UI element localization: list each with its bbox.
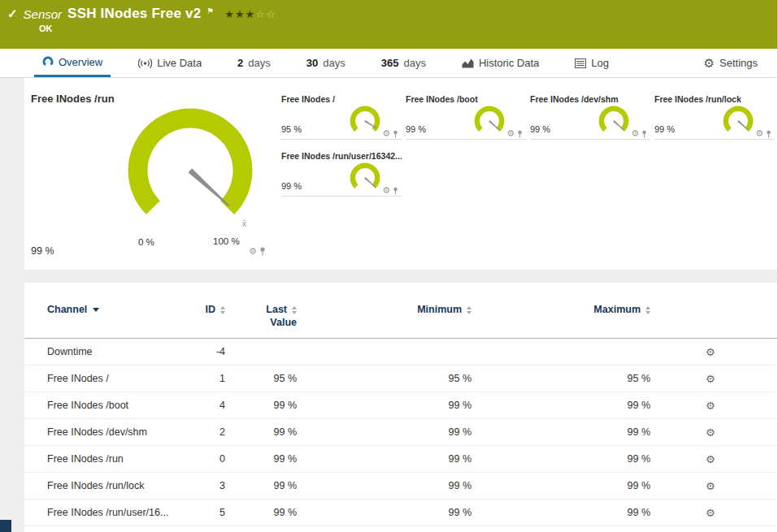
gear-icon[interactable]: ⚙ (506, 129, 515, 138)
table-header-row: Channel ID Last Value Minimum Maximum (24, 283, 778, 339)
priority-flag-icon[interactable]: ⚑ (206, 6, 214, 15)
channel-settings-gear-icon[interactable]: ⚙ (706, 373, 715, 385)
gear-icon[interactable]: ⚙ (755, 129, 763, 138)
mini-gauge-dev-shm[interactable]: Free INodes /dev/shm 99 % ⚙ (530, 94, 650, 140)
tab-historic-data[interactable]: Historic Data (454, 49, 547, 77)
mini-gauge-boot[interactable]: Free INodes /boot 99 % ⚙ (406, 94, 526, 140)
channel-name[interactable]: Free INodes /run/lock (47, 480, 189, 491)
sensor-header-line: ✓ Sensor SSH INodes Free v2 ⚑ ★★★☆☆ (0, 0, 777, 22)
channel-minimum: 95 % (297, 373, 472, 384)
mini-gauge-chart[interactable] (346, 102, 384, 140)
gear-icon[interactable]: ⚙ (382, 129, 390, 138)
tab-label: Settings (719, 57, 758, 69)
mini-gauge-value: 99 % (406, 124, 426, 134)
priority-stars[interactable]: ★★★☆☆ (224, 8, 276, 20)
channel-minimum: 99 % (297, 480, 472, 491)
mini-gauge-value: 99 % (281, 181, 302, 191)
sort-direction-icon (93, 308, 99, 312)
channel-minimum: 99 % (297, 426, 472, 438)
tab-number: 365 (381, 57, 399, 69)
channel-id: 1 (189, 373, 225, 384)
table-row-free-inodes-run-lock[interactable]: Free INodes /run/lock 3 99 % 99 % 99 % ⚙ (24, 473, 778, 500)
mini-gauge-chart[interactable] (719, 102, 757, 140)
table-row-downtime[interactable]: Downtime -4 ⚙ (24, 339, 778, 365)
tab-live-data[interactable]: Live Data (130, 49, 210, 77)
gear-icon[interactable]: ⚙ (631, 129, 639, 138)
tab-365-days[interactable]: 365 days (373, 49, 434, 77)
stars-filled[interactable]: ★★★ (224, 8, 255, 20)
mini-gauge-actions: ⚙ (631, 129, 647, 138)
channel-settings-gear-icon[interactable]: ⚙ (706, 453, 715, 465)
tab-number: 2 (237, 57, 243, 69)
sort-icon (645, 306, 650, 314)
mini-gauge-chart[interactable] (346, 159, 384, 197)
col-header-label: Maximum (593, 304, 641, 315)
channel-settings-gear-icon[interactable]: ⚙ (706, 480, 715, 492)
channel-name[interactable]: Free INodes /dev/shm (47, 426, 189, 438)
channel-name[interactable]: Downtime (47, 346, 189, 357)
tab-settings[interactable]: ⚙ Settings (696, 49, 766, 77)
col-header-maximum[interactable]: Maximum (472, 304, 650, 315)
historic-chart-icon (462, 58, 474, 68)
mini-gauge-chart[interactable] (471, 102, 508, 140)
gauge-min-label: 0 % (138, 237, 154, 247)
table-row-free-inodes-boot[interactable]: Free INodes /boot 4 99 % 99 % 99 % ⚙ (24, 392, 778, 419)
mini-gauge-value: 99 % (530, 124, 550, 134)
col-header-last-value[interactable]: Last Value (225, 304, 297, 328)
status-check-icon: ✓ (7, 6, 18, 21)
channel-settings-gear-icon[interactable]: ⚙ (706, 400, 715, 412)
primary-gauge-chart[interactable] (120, 101, 260, 240)
tab-log[interactable]: Log (567, 49, 617, 77)
pin-icon[interactable] (641, 130, 647, 138)
col-header-channel[interactable]: Channel (47, 304, 189, 315)
mini-gauge-chart[interactable] (595, 102, 632, 140)
tab-number: 30 (306, 57, 318, 69)
channel-id: 0 (189, 453, 225, 465)
tab-2-days[interactable]: 2 days (229, 49, 279, 77)
channel-id: -4 (189, 346, 225, 357)
channel-settings-gear-icon[interactable]: ⚙ (706, 426, 715, 439)
pin-icon[interactable] (517, 130, 523, 138)
mini-gauge-run-lock[interactable]: Free INodes /run/lock 99 % ⚙ (654, 94, 775, 140)
channel-last-value: 99 % (225, 426, 297, 438)
channel-minimum: 99 % (297, 507, 472, 518)
tab-label: Live Data (157, 57, 202, 69)
table-row-free-inodes-root[interactable]: Free INodes / 1 95 % 95 % 95 % ⚙ (24, 365, 778, 392)
channel-minimum: 99 % (297, 453, 472, 465)
channel-name[interactable]: Free INodes /boot (47, 400, 189, 411)
channel-settings-gear-icon[interactable]: ⚙ (706, 507, 715, 519)
table-row-free-inodes-run[interactable]: Free INodes /run 0 99 % 99 % 99 % ⚙ (24, 446, 778, 473)
tab-label: Log (591, 57, 609, 69)
col-header-label: Last (266, 304, 287, 315)
mini-gauge-value: 99 % (654, 124, 675, 134)
stars-empty[interactable]: ☆☆ (255, 8, 276, 20)
gauges-panel: Free INodes /run x̄ 0 % 100 % 99 % ⚙ Fre… (24, 78, 778, 270)
mini-gauge-root[interactable]: Free INodes / 95 % ⚙ (281, 94, 402, 140)
pin-icon[interactable] (766, 130, 771, 138)
gear-icon[interactable]: ⚙ (382, 186, 390, 195)
channel-settings-gear-icon[interactable]: ⚙ (706, 346, 715, 358)
tab-label: days (323, 57, 345, 69)
table-row-free-inodes-dev-shm[interactable]: Free INodes /dev/shm 2 99 % 99 % 99 % ⚙ (24, 419, 778, 446)
col-header-id[interactable]: ID (189, 304, 225, 315)
channel-name[interactable]: Free INodes /run (47, 453, 189, 465)
pin-icon[interactable] (259, 247, 266, 256)
channel-id: 3 (189, 480, 225, 491)
channel-last-value: 95 % (225, 373, 297, 384)
sensor-header: ✓ Sensor SSH INodes Free v2 ⚑ ★★★☆☆ OK (0, 0, 777, 49)
col-header-minimum[interactable]: Minimum (297, 304, 472, 315)
gear-icon[interactable]: ⚙ (249, 247, 257, 256)
tab-30-days[interactable]: 30 days (298, 49, 354, 77)
object-type-label: Sensor (24, 7, 63, 21)
channel-name[interactable]: Free INodes /run/user/16... (47, 507, 189, 518)
tab-overview[interactable]: Overview (34, 49, 111, 77)
channel-name[interactable]: Free INodes / (47, 373, 189, 384)
log-list-icon (575, 58, 586, 68)
pin-icon[interactable] (393, 130, 398, 138)
table-row-free-inodes-run-user[interactable]: Free INodes /run/user/16... 5 99 % 99 % … (24, 500, 778, 526)
channel-maximum: 99 % (472, 400, 650, 411)
pin-icon[interactable] (393, 187, 398, 195)
channel-id: 2 (189, 426, 225, 438)
mini-gauge-actions: ⚙ (382, 129, 398, 138)
mini-gauge-run-user[interactable]: Free INodes /run/user/16342... 99 % ⚙ (281, 151, 402, 197)
